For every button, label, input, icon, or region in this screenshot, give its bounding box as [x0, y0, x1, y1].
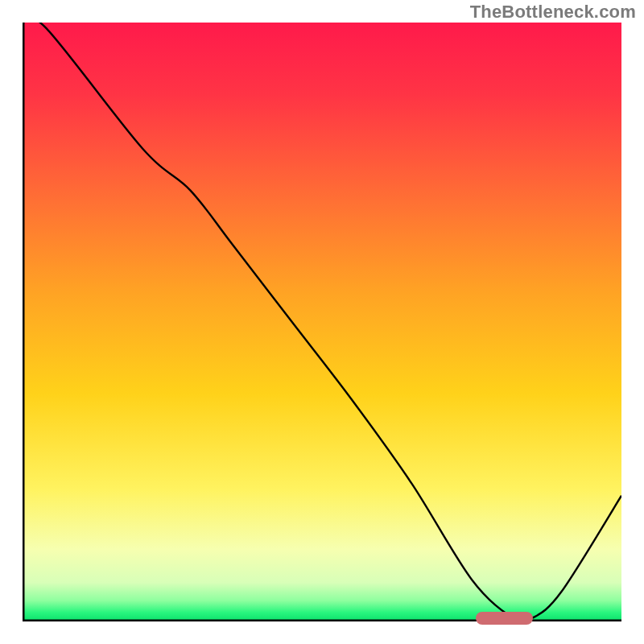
optimum-marker [476, 612, 533, 625]
plot-area [23, 23, 621, 621]
chart-root: TheBottleneck.com [0, 0, 644, 644]
chart-svg [23, 23, 621, 621]
watermark-text: TheBottleneck.com [470, 2, 636, 23]
